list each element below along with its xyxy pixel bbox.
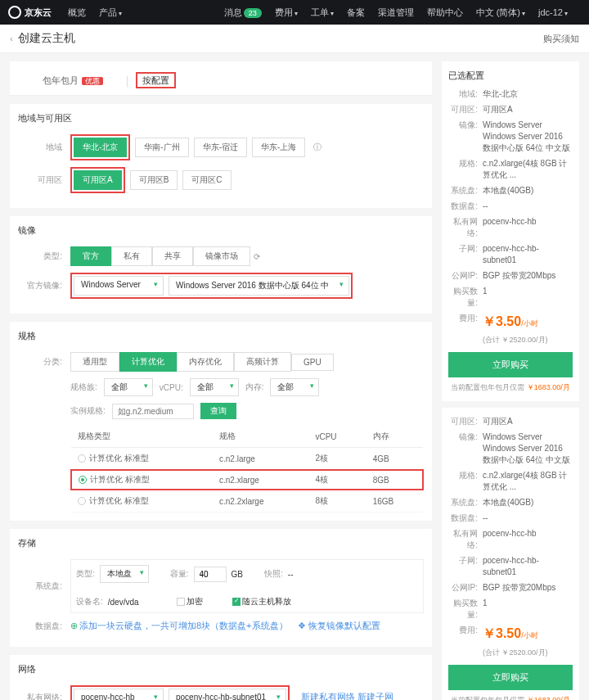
add-datadisk-link[interactable]: ⊕添加一块云硬盘，一共可增加8块（数据盘+系统盘） [70, 620, 288, 632]
image-type-private[interactable]: 私有 [111, 246, 152, 266]
summary-row: 公网IP:BGP 按带宽20Mbps [448, 270, 573, 282]
az-chip-c[interactable]: 可用区C [182, 170, 231, 190]
spec-table: 规格类型 规格 vCPU 内存 计算优化 标准型c.n2.large2核4GB计… [70, 426, 424, 513]
label-mem: 内存: [245, 382, 264, 393]
gb-label: GB [232, 570, 243, 579]
nav-overview[interactable]: 概览 [68, 7, 86, 19]
nav-fees[interactable]: 费用▾ [275, 7, 298, 19]
buy-button[interactable]: 立即购买 [448, 352, 573, 377]
summary-row: 购买数量:1 [448, 598, 573, 621]
config-summary-1: 已选配置 地域:华北-北京可用区:可用区A镜像:Windows Server W… [442, 61, 579, 401]
spec-radio[interactable] [78, 497, 86, 505]
family-select[interactable]: 全部 [104, 378, 153, 396]
nav-products[interactable]: 产品▾ [99, 7, 122, 19]
nav-tickets[interactable]: 工单▾ [311, 7, 334, 19]
spec-row[interactable]: 计算优化 标准型c.n2.large2核4GB [71, 448, 423, 471]
image-title: 镜像 [18, 224, 424, 237]
spec-row[interactable]: 计算优化 标准型c.n2.2xlarge8核16GB [71, 490, 423, 513]
spec-radio[interactable] [79, 476, 87, 484]
summary-row: 子网:pocenv-hcc-hb-subnet01 [448, 555, 573, 578]
price-unit: /小时 [521, 319, 538, 327]
spec-cat-memory[interactable]: 内存优化 [177, 352, 234, 372]
purchase-notice-link[interactable]: 购买须知 [543, 33, 579, 45]
promo-hint: 当前配置包年包月仅需 ￥1683.00/月 [448, 382, 573, 393]
image-type-official[interactable]: 官方 [70, 246, 111, 266]
promo-badge: 优惠 [82, 77, 103, 85]
summary-row: 私有网络:pocenv-hcc-hb [448, 528, 573, 551]
os-version-select[interactable]: Windows Server 2016 数据中心版 64位 中 [169, 276, 349, 296]
buy-button-2[interactable]: 立即购买 [448, 665, 573, 690]
config-summary-2: 可用区:可用区A镜像:Windows Server Windows Server… [442, 408, 579, 700]
spec-cat-compute[interactable]: 计算优化 [119, 352, 177, 372]
summary-row: 规格:c.n2.xlarge(4核 8GB 计算优化 ... [448, 470, 573, 493]
label-capacity: 容量: [170, 568, 189, 580]
restore-default-link[interactable]: ❖ 恢复镜像默认配置 [298, 620, 380, 632]
nav-lang[interactable]: 中文 (简体)▾ [476, 7, 525, 19]
mem-select[interactable]: 全部 [270, 378, 319, 396]
label-official-image: 官方镜像: [18, 280, 70, 291]
az-chip-b[interactable]: 可用区B [130, 170, 178, 190]
label-spec-cat: 分类: [18, 356, 70, 368]
summary-row: 公网IP:BGP 按带宽20Mbps [448, 582, 573, 594]
device-value: /dev/vda [108, 598, 139, 607]
region-chip-guangzhou[interactable]: 华南-广州 [135, 138, 188, 157]
brand-logo[interactable]: 京东云 [8, 6, 52, 19]
spec-title: 规格 [18, 330, 424, 342]
label-region: 地域 [18, 142, 70, 153]
summary-row: 镜像:Windows Server Windows Server 2016 数据… [448, 431, 573, 466]
info-icon[interactable]: ⓘ [313, 142, 321, 153]
price-unit-2: /小时 [521, 631, 538, 639]
summary-row: 规格:c.n2.xlarge(4核 8GB 计算优化 ... [448, 158, 573, 181]
tab-prepaid[interactable]: 包年包月优惠 [34, 70, 111, 95]
sub-price-2: (合计 ￥2520.00/月) [483, 648, 573, 658]
label-snapshot: 快照: [264, 568, 283, 580]
vcpu-select[interactable]: 全部 [190, 378, 239, 396]
spec-cat-general[interactable]: 通用型 [70, 352, 119, 372]
nav-user[interactable]: jdc-12▾ [538, 7, 568, 17]
fee-label: 费用: [448, 313, 483, 331]
region-chip-shanghai[interactable]: 华东-上海 [252, 138, 305, 157]
message-count-badge: 23 [244, 8, 262, 18]
col-vcpu: vCPU [308, 426, 366, 448]
nav-help[interactable]: 帮助中心 [427, 7, 463, 19]
summary-row: 数据盘:-- [448, 513, 573, 524]
info-icon[interactable]: ⟳ [254, 252, 260, 261]
region-title: 地域与可用区 [18, 112, 424, 124]
summary-row: 地域:华北-北京 [448, 88, 573, 100]
label-vpc: 私有网络: [18, 692, 70, 701]
summary-row: 子网:pocenv-hcc-hb-subnet01 [448, 243, 573, 266]
tab-payg[interactable]: 按配置 [128, 70, 184, 95]
region-chip-beijing[interactable]: 华北-北京 [74, 138, 127, 157]
spec-row[interactable]: 计算优化 标准型c.n2.xlarge4核8GB [71, 470, 423, 490]
top-nav: 京东云 概览 产品▾ 消息23 费用▾ 工单▾ 备案 渠道管理 帮助中心 中文 … [0, 0, 589, 25]
price-value-2: ￥3.50 [483, 626, 521, 640]
release-checkbox[interactable] [232, 598, 241, 606]
spec-cat-gpu[interactable]: GPU [291, 354, 334, 371]
encrypt-checkbox[interactable] [177, 598, 185, 606]
create-vpc-link[interactable]: 新建私有网络 新建子网 [301, 691, 393, 700]
image-type-market[interactable]: 镜像市场 [193, 246, 250, 266]
spec-search-input[interactable] [112, 404, 194, 419]
network-title: 网络 [18, 663, 424, 675]
snapshot-value: -- [288, 570, 294, 579]
spec-search-button[interactable]: 查询 [200, 403, 236, 419]
capacity-input[interactable] [194, 567, 227, 582]
image-type-shared[interactable]: 共享 [152, 246, 193, 266]
nav-channel[interactable]: 渠道管理 [378, 7, 414, 19]
summary-row: 可用区:可用区A [448, 416, 573, 427]
billing-tabs: 包年包月优惠 按配置 [10, 61, 432, 96]
region-chip-suqian[interactable]: 华东-宿迁 [194, 138, 247, 157]
col-mem: 内存 [366, 426, 423, 448]
vpc-select[interactable]: pocenv-hcc-hb [74, 689, 164, 700]
disk-type-select[interactable]: 本地盘 [100, 565, 149, 583]
spec-radio[interactable] [78, 454, 86, 463]
section-storage: 存储 系统盘: 类型: 本地盘 容量: GB 快照: -- 设备名: /dev/… [10, 529, 432, 647]
az-chip-a[interactable]: 可用区A [74, 170, 122, 190]
promo-hint-2: 当前配置包年包月仅需 ￥1683.00/月 [448, 695, 573, 700]
back-icon[interactable]: ‹ [10, 34, 13, 43]
spec-cat-highfreq[interactable]: 高频计算 [234, 352, 291, 372]
subnet-select[interactable]: pocenv-hcc-hb-subnet01 [169, 689, 286, 700]
nav-messages[interactable]: 消息23 [224, 7, 262, 19]
nav-icp[interactable]: 备案 [347, 7, 365, 19]
os-select[interactable]: Windows Server [74, 276, 164, 296]
